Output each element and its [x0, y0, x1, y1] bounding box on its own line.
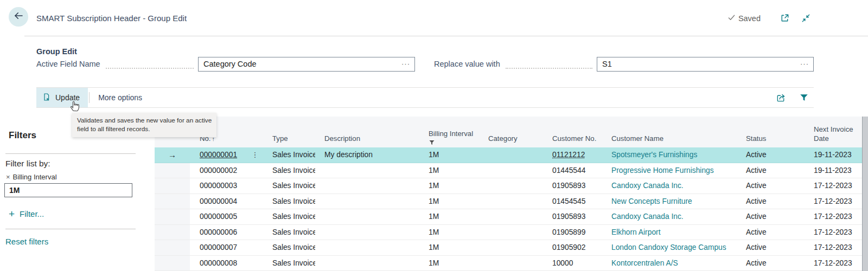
table-row[interactable]: 000000004Sales Invoice1M01454545New Conc…: [155, 194, 868, 210]
row-menu-dots-icon: ⋮: [252, 151, 259, 159]
cell-next-invoice-date: 17-12-2023: [805, 212, 868, 221]
right-edge-strip[interactable]: [862, 117, 868, 271]
cell-type: Sales Invoice: [263, 212, 315, 221]
collapse-button[interactable]: [800, 12, 812, 24]
cell-no[interactable]: 000000008: [190, 259, 247, 267]
cell-type: Sales Invoice: [263, 243, 315, 251]
customer-no-value: 01454545: [552, 197, 585, 205]
cell-customer-no[interactable]: 01445544: [543, 166, 602, 175]
cell-customer-name[interactable]: New Concepts Furniture: [602, 197, 737, 205]
tooltip-line-1: Validates and saves the new value for an…: [77, 116, 212, 125]
save-status-label: Saved: [738, 14, 761, 23]
cell-billing-interval: 1M: [419, 182, 479, 190]
update-button[interactable]: Update: [36, 88, 88, 107]
cell-row-selector: [155, 209, 190, 224]
column-header-description[interactable]: Description: [315, 134, 419, 148]
column-header-next-invoice-date[interactable]: Next Invoice Date: [805, 125, 868, 147]
cell-customer-no[interactable]: 01905893: [543, 182, 602, 190]
column-label: Billing Interval: [429, 130, 473, 138]
cell-customer-no[interactable]: 10000: [543, 259, 602, 267]
replace-value-with-input[interactable]: S1 ···: [597, 57, 814, 72]
share-button[interactable]: [775, 92, 787, 104]
cell-customer-name[interactable]: Spotsmeyer's Furnishings: [602, 151, 737, 159]
cell-customer-name[interactable]: Progressive Home Furnishings: [602, 166, 737, 175]
cell-customer-name[interactable]: Candoxy Canada Inc.: [602, 212, 737, 221]
column-header-customer-name[interactable]: Customer Name: [602, 134, 737, 148]
assist-edit-button[interactable]: ···: [800, 61, 809, 67]
back-arrow-icon: [13, 10, 24, 23]
cell-no[interactable]: 000000005: [190, 212, 247, 221]
cell-billing-interval: 1M: [419, 259, 479, 267]
cell-status: Active: [737, 228, 805, 236]
cell-next-invoice-date: 17-12-2023: [805, 197, 868, 205]
reset-filters-button[interactable]: Reset filters: [5, 237, 48, 246]
top-bar-divider: [24, 36, 868, 36]
column-header-customer-no[interactable]: Customer No.: [543, 134, 602, 148]
cell-customer-name[interactable]: Kontorcentralen A/S: [602, 259, 737, 267]
column-header-type[interactable]: Type: [263, 134, 315, 148]
cell-customer-name[interactable]: Candoxy Canada Inc.: [602, 182, 737, 190]
assist-edit-button[interactable]: ···: [401, 61, 410, 67]
cell-customer-no[interactable]: 01121212: [543, 151, 602, 159]
cell-row-selector: [155, 256, 190, 271]
column-label: Description: [324, 134, 360, 143]
column-header-category[interactable]: Category: [479, 134, 543, 148]
column-label: Customer No.: [552, 134, 596, 143]
cell-row-selector[interactable]: →: [155, 147, 190, 163]
remove-filter-icon[interactable]: ×: [6, 173, 10, 181]
no-value: 000000008: [200, 259, 237, 267]
column-header-billing-interval[interactable]: Billing Interval: [419, 130, 479, 148]
dotted-leader: [106, 59, 194, 68]
table-row[interactable]: 000000007Sales Invoice1M01905902London C…: [155, 240, 868, 256]
table-row[interactable]: 000000002Sales Invoice1M01445544Progress…: [155, 163, 868, 179]
cell-row-menu[interactable]: ⋮: [247, 151, 263, 159]
row-selected-arrow-icon: →: [168, 150, 176, 159]
cell-status: Active: [737, 243, 805, 251]
add-filter-button[interactable]: + Filter...: [9, 209, 44, 218]
no-value: 000000005: [200, 212, 237, 221]
column-label: Category: [488, 134, 518, 143]
table-row[interactable]: 000000006Sales Invoice1M01905899Elkhorn …: [155, 225, 868, 241]
cell-no[interactable]: 000000007: [190, 243, 247, 251]
more-options-button[interactable]: More options: [91, 93, 150, 102]
cell-no[interactable]: 000000002: [190, 166, 247, 175]
share-icon: [776, 93, 786, 103]
cell-description: My description: [315, 151, 419, 159]
filter-value: 1M: [9, 186, 20, 195]
replace-value-with-value: S1: [602, 60, 800, 68]
active-field-name-input[interactable]: Category Code ···: [198, 57, 415, 72]
open-in-new-window-icon: [780, 13, 790, 23]
cell-status: Active: [737, 212, 805, 221]
cell-customer-no[interactable]: 01905902: [543, 243, 602, 251]
cell-next-invoice-date: 19-11-2023: [805, 166, 868, 175]
cell-customer-no[interactable]: 01905893: [543, 212, 602, 221]
checkmark-icon: [727, 14, 736, 23]
table-row[interactable]: 000000003Sales Invoice1M01905893Candoxy …: [155, 178, 868, 194]
cell-row-selector: [155, 225, 190, 240]
table-row[interactable]: →000000001⋮Sales InvoiceMy description1M…: [155, 147, 868, 163]
customer-no-value: 01905899: [552, 228, 585, 236]
cell-no[interactable]: 000000004: [190, 197, 247, 205]
column-header-status[interactable]: Status: [737, 134, 805, 148]
cell-no[interactable]: 000000003: [190, 182, 247, 190]
filters-divider: [5, 153, 136, 154]
table-row[interactable]: 000000005Sales Invoice1M01905893Candoxy …: [155, 209, 868, 225]
field-active-field-name: Active Field Name Category Code ···: [36, 56, 415, 72]
cell-customer-no[interactable]: 01454545: [543, 197, 602, 205]
cell-no[interactable]: 000000006: [190, 228, 247, 236]
filter-value-input[interactable]: 1M: [4, 183, 132, 197]
cell-customer-name[interactable]: Elkhorn Airport: [602, 228, 737, 236]
back-button[interactable]: [9, 7, 28, 27]
tooltip: Validates and saves the new value for an…: [72, 113, 216, 137]
customer-no-value: 01905902: [552, 243, 585, 251]
dotted-leader: [506, 59, 592, 68]
table-row[interactable]: 000000008Sales Invoice1M10000Kontorcentr…: [155, 256, 868, 271]
update-document-icon: [42, 93, 51, 103]
filter-button[interactable]: [798, 92, 810, 104]
cell-type: Sales Invoice: [263, 182, 315, 190]
open-in-new-window-button[interactable]: [778, 12, 790, 24]
cell-no[interactable]: 000000001: [190, 151, 247, 159]
cell-row-selector: [155, 194, 190, 209]
cell-customer-name[interactable]: London Candoxy Storage Campus: [602, 243, 737, 251]
cell-customer-no[interactable]: 01905899: [543, 228, 602, 236]
